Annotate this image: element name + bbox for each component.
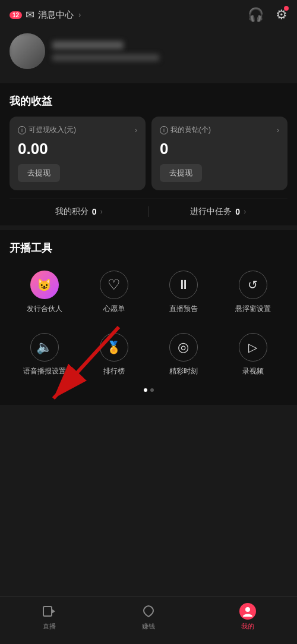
profile-sub-blur bbox=[52, 54, 159, 61]
tasks-chevron: › bbox=[244, 208, 246, 216]
earnings-title: 我的收益 bbox=[10, 94, 287, 108]
settings-icon[interactable]: ⚙ bbox=[276, 7, 287, 23]
header-left: 12 ✉ 消息中心 › bbox=[10, 8, 81, 21]
ranking-icon: 🏅 bbox=[100, 333, 128, 362]
tools-title: 开播工具 bbox=[10, 241, 287, 255]
video-label: 录视频 bbox=[242, 366, 264, 376]
diamond-card: i 我的黄钻(个) › 0 去提现 bbox=[151, 117, 287, 190]
voice-icon: 🔈 bbox=[30, 333, 59, 362]
highlight-icon: ◎ bbox=[169, 333, 198, 362]
withdrawable-btn[interactable]: 去提现 bbox=[18, 164, 60, 182]
svg-marker-3 bbox=[52, 609, 55, 614]
tools-grid-row2: 🔈 语音播报设置 🏅 排行榜 ◎ 精彩时刻 ▷ 录视频 bbox=[10, 326, 287, 384]
floatwindow-label: 悬浮窗设置 bbox=[235, 304, 271, 314]
tool-highlight[interactable]: ◎ 精彩时刻 bbox=[148, 326, 218, 384]
partner-icon: 😺 bbox=[30, 271, 59, 299]
profile-text bbox=[52, 41, 287, 61]
earnings-stats: 我的积分 0 › 进行中任务 0 › bbox=[10, 199, 287, 217]
svg-point-4 bbox=[245, 607, 250, 612]
nav-live[interactable]: 直播 bbox=[0, 603, 99, 631]
nav-earn[interactable]: 赚钱 bbox=[99, 603, 198, 631]
dot-1 bbox=[144, 388, 147, 392]
points-value: 0 bbox=[92, 207, 97, 216]
dot-2 bbox=[150, 388, 154, 392]
withdrawable-label: i 可提现收入(元) › bbox=[18, 125, 137, 135]
partner-label: 发行合伙人 bbox=[27, 304, 62, 314]
diamond-chevron: › bbox=[277, 126, 279, 134]
bottom-nav: 直播 赚钱 我的 bbox=[0, 596, 297, 644]
diamond-value: 0 bbox=[160, 140, 279, 158]
wishlist-icon: ♡ bbox=[100, 271, 128, 299]
profile-info bbox=[10, 33, 287, 69]
highlight-label: 精彩时刻 bbox=[169, 366, 198, 376]
tasks-stat[interactable]: 进行中任务 0 › bbox=[148, 206, 288, 217]
earn-icon bbox=[140, 603, 157, 620]
earnings-section: 我的收益 i 可提现收入(元) › 0.00 去提现 i 我的黄钻(个) › 0… bbox=[0, 83, 297, 225]
diamond-btn[interactable]: 去提现 bbox=[160, 164, 202, 182]
profile-name-blur bbox=[52, 41, 124, 49]
tool-partner[interactable]: 😺 发行合伙人 bbox=[10, 263, 79, 321]
voice-label: 语音播报设置 bbox=[23, 366, 66, 376]
tool-preview[interactable]: ⏸ 直播预告 bbox=[148, 263, 218, 321]
wishlist-label: 心愿单 bbox=[103, 304, 125, 314]
svg-rect-2 bbox=[43, 607, 52, 616]
earn-label: 赚钱 bbox=[142, 622, 155, 631]
points-chevron: › bbox=[100, 208, 103, 216]
tools-section: 开播工具 😺 发行合伙人 ♡ 心愿单 ⏸ 直播预告 ↺ 悬浮窗设置 🔈 语音播报… bbox=[0, 230, 297, 405]
tool-video[interactable]: ▷ 录视频 bbox=[218, 326, 287, 384]
tasks-value: 0 bbox=[235, 207, 240, 216]
tool-wishlist[interactable]: ♡ 心愿单 bbox=[79, 263, 148, 321]
tool-ranking[interactable]: 🏅 排行榜 bbox=[79, 326, 148, 384]
mail-icon: ✉ bbox=[26, 8, 34, 21]
points-stat[interactable]: 我的积分 0 › bbox=[10, 206, 148, 217]
header: 12 ✉ 消息中心 › 🎧 ⚙ bbox=[0, 0, 297, 27]
tool-voice[interactable]: 🔈 语音播报设置 bbox=[10, 326, 79, 384]
live-label: 直播 bbox=[43, 622, 56, 631]
settings-notification-dot bbox=[284, 6, 289, 11]
points-label: 我的积分 bbox=[55, 206, 89, 217]
header-right: 🎧 ⚙ bbox=[248, 7, 287, 23]
live-icon bbox=[41, 603, 58, 620]
headphone-icon[interactable]: 🎧 bbox=[248, 7, 264, 23]
mine-label: 我的 bbox=[241, 622, 254, 631]
tasks-label: 进行中任务 bbox=[190, 206, 232, 217]
ranking-label: 排行榜 bbox=[103, 366, 125, 376]
withdrawable-info-icon: i bbox=[18, 126, 26, 134]
nav-mine[interactable]: 我的 bbox=[198, 603, 297, 631]
mine-icon bbox=[239, 603, 256, 620]
floatwindow-icon: ↺ bbox=[239, 271, 267, 299]
tools-grid-row1: 😺 发行合伙人 ♡ 心愿单 ⏸ 直播预告 ↺ 悬浮窗设置 bbox=[10, 263, 287, 321]
withdrawable-card: i 可提现收入(元) › 0.00 去提现 bbox=[10, 117, 146, 190]
avatar[interactable] bbox=[10, 33, 45, 69]
pagination-dots bbox=[10, 388, 287, 392]
diamond-label: i 我的黄钻(个) › bbox=[160, 125, 279, 135]
withdrawable-chevron: › bbox=[135, 126, 137, 134]
diamond-info-icon: i bbox=[160, 126, 168, 134]
profile-section bbox=[0, 27, 297, 78]
notification-badge: 12 bbox=[10, 11, 22, 19]
withdrawable-value: 0.00 bbox=[18, 140, 137, 158]
preview-label: 直播预告 bbox=[169, 304, 198, 314]
tool-floatwindow[interactable]: ↺ 悬浮窗设置 bbox=[218, 263, 287, 321]
preview-icon: ⏸ bbox=[169, 271, 198, 299]
earnings-cards: i 可提现收入(元) › 0.00 去提现 i 我的黄钻(个) › 0 去提现 bbox=[10, 117, 287, 190]
message-center-label[interactable]: 消息中心 bbox=[38, 10, 74, 21]
video-icon: ▷ bbox=[239, 333, 267, 362]
message-center-chevron: › bbox=[78, 11, 81, 19]
